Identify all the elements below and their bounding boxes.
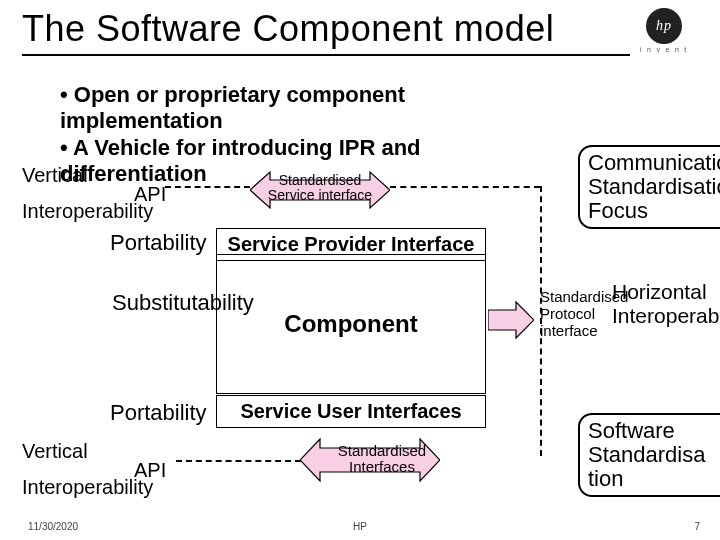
dashed-connector-top-left (165, 186, 250, 188)
dashed-connector-bottom (176, 460, 301, 462)
svg-marker-1 (488, 302, 534, 338)
footer-date: 11/30/2020 (28, 521, 78, 532)
interoperability-label: Interoperability (22, 200, 166, 223)
hp-logo-tagline: i n v e n t (634, 46, 694, 53)
vertical-label-2: Vertical (22, 440, 88, 462)
slide-title-bar: The Software Component model (22, 8, 630, 56)
interoperability-label-2: Interoperability (22, 476, 166, 499)
hp-logo-initials: hp (656, 18, 672, 34)
portability-label-bottom: Portability (110, 400, 207, 426)
arrow-right-icon (488, 300, 534, 344)
portability-label-top: Portability (110, 230, 207, 256)
software-standardisation-callout: Software Standardisa tion (578, 413, 720, 497)
hp-logo: hp i n v e n t (634, 8, 694, 68)
communication-standardisation-callout: Communication Standardisation Focus (578, 145, 720, 229)
vertical-api-label-bottom: Vertical API Interoperability (22, 440, 166, 499)
bidirectional-arrow-bottom: Standardised Interfaces (300, 435, 440, 485)
vertical-api-label-top: Vertical API Interoperability (22, 164, 166, 223)
footer-mid: HP (353, 521, 367, 532)
vertical-dashed-line (540, 186, 542, 456)
footer-page: 7 (694, 521, 700, 532)
slide-title: The Software Component model (22, 8, 630, 50)
arrow-top-label: Standardised Service interface (250, 173, 390, 203)
bidirectional-arrow-top: Standardised Service interface (250, 170, 390, 210)
bullet-1: • Open or proprietary component implemen… (60, 82, 520, 135)
arrow-bottom-label: Standardised Interfaces (324, 443, 440, 475)
hp-logo-circle: hp (646, 8, 682, 44)
vertical-label: Vertical (22, 164, 88, 186)
horizontal-interop-label: Horizontal Interoperabil (612, 280, 720, 328)
service-user-interfaces-box: Service User Interfaces (216, 395, 486, 428)
dashed-connector-top-right (390, 186, 540, 188)
component-box: Component (216, 254, 486, 394)
